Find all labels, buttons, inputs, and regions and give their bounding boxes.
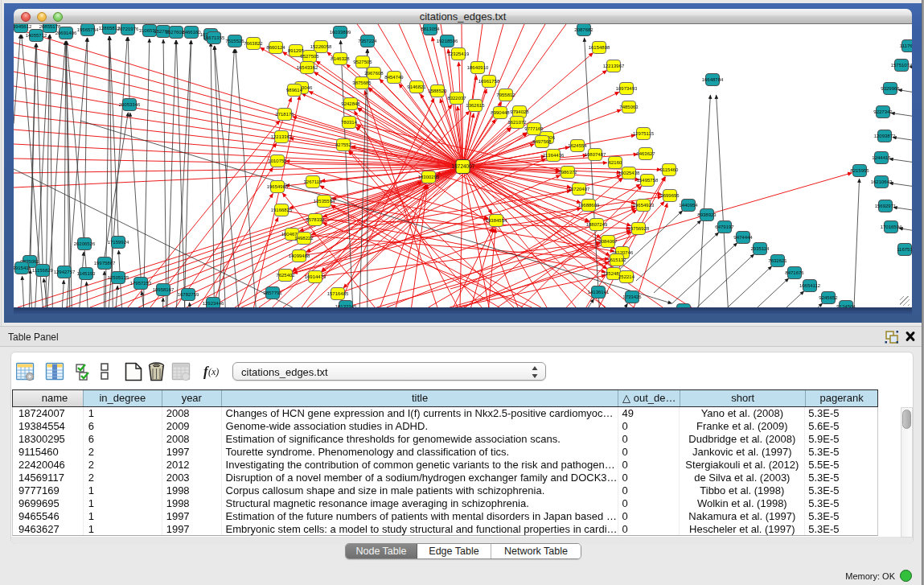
svg-text:16782759: 16782759 bbox=[178, 292, 199, 297]
svg-text:17016504: 17016504 bbox=[881, 225, 902, 229]
svg-text:1588520: 1588520 bbox=[428, 89, 447, 93]
svg-text:8146328: 8146328 bbox=[331, 56, 350, 61]
svg-text:19756928: 19756928 bbox=[628, 226, 650, 231]
svg-text:20053346: 20053346 bbox=[119, 102, 141, 107]
svg-text:6479197: 6479197 bbox=[715, 225, 734, 229]
svg-text:15495758: 15495758 bbox=[637, 178, 659, 183]
svg-text:19384554: 19384554 bbox=[486, 218, 507, 223]
svg-text:18300295: 18300295 bbox=[418, 175, 440, 179]
svg-text:15226058: 15226058 bbox=[310, 44, 332, 49]
svg-text:8938923: 8938923 bbox=[697, 212, 717, 217]
svg-text:9227342: 9227342 bbox=[873, 109, 893, 114]
svg-text:19654985: 19654985 bbox=[267, 184, 289, 189]
svg-text:12942757: 12942757 bbox=[54, 270, 76, 274]
svg-text:1621072: 1621072 bbox=[507, 120, 527, 125]
svg-text:891295: 891295 bbox=[288, 48, 305, 53]
svg-text:9527505: 9527505 bbox=[300, 54, 319, 59]
svg-text:18807249: 18807249 bbox=[586, 222, 608, 227]
svg-text:20721976: 20721976 bbox=[117, 27, 139, 31]
svg-text:19218506: 19218506 bbox=[437, 39, 458, 43]
svg-text:8990448: 8990448 bbox=[491, 110, 510, 115]
svg-text:11156829: 11156829 bbox=[32, 268, 53, 273]
svg-text:1440954: 1440954 bbox=[679, 203, 698, 208]
svg-text:8813054: 8813054 bbox=[421, 27, 440, 31]
svg-text:21364436: 21364436 bbox=[543, 153, 565, 158]
svg-text:9777169: 9777169 bbox=[524, 126, 544, 131]
svg-text:7632621: 7632621 bbox=[768, 258, 787, 263]
svg-text:780314: 780314 bbox=[341, 120, 358, 125]
svg-text:16945612: 16945612 bbox=[14, 24, 32, 29]
svg-text:989614: 989614 bbox=[286, 88, 303, 93]
svg-text:2967608: 2967608 bbox=[364, 71, 384, 76]
svg-text:16210643: 16210643 bbox=[871, 179, 893, 184]
svg-text:9245652: 9245652 bbox=[819, 295, 838, 300]
svg-text:1615132: 1615132 bbox=[607, 257, 626, 262]
svg-text:10654112: 10654112 bbox=[799, 283, 821, 288]
svg-text:14055712: 14055712 bbox=[26, 33, 47, 38]
svg-text:9699695: 9699695 bbox=[660, 193, 680, 198]
svg-text:17159924: 17159924 bbox=[108, 240, 129, 245]
svg-text:12325419: 12325419 bbox=[448, 51, 470, 56]
svg-text:17957253: 17957253 bbox=[130, 281, 152, 286]
svg-text:6497568: 6497568 bbox=[532, 139, 552, 144]
svg-text:6463627: 6463627 bbox=[636, 151, 655, 156]
svg-text:19565754: 19565754 bbox=[77, 27, 99, 32]
svg-text:12213363: 12213363 bbox=[271, 134, 293, 139]
svg-text:1733426: 1733426 bbox=[622, 295, 642, 299]
svg-text:9084067: 9084067 bbox=[598, 239, 618, 244]
svg-text:15692971: 15692971 bbox=[875, 204, 897, 208]
svg-text:12975115: 12975115 bbox=[633, 131, 655, 136]
svg-text:8322037: 8322037 bbox=[447, 96, 466, 101]
svg-text:7485063: 7485063 bbox=[619, 105, 639, 109]
svg-text:7515526: 7515526 bbox=[225, 39, 244, 43]
svg-text:12213967: 12213967 bbox=[603, 64, 625, 68]
svg-text:10688609: 10688609 bbox=[578, 203, 600, 208]
svg-text:1244415: 1244415 bbox=[872, 155, 891, 160]
svg-text:3267115: 3267115 bbox=[304, 179, 323, 184]
svg-text:8578332: 8578332 bbox=[306, 217, 325, 222]
svg-text:10973493: 10973493 bbox=[616, 86, 638, 91]
svg-text:19654923: 19654923 bbox=[633, 203, 655, 208]
svg-text:19166825: 19166825 bbox=[271, 208, 293, 212]
svg-text:14099488: 14099488 bbox=[289, 253, 310, 258]
svg-text:13535594: 13535594 bbox=[314, 199, 335, 204]
svg-text:18724007: 18724007 bbox=[452, 163, 475, 169]
svg-text:62160: 62160 bbox=[609, 160, 622, 165]
svg-text:16914479: 16914479 bbox=[305, 274, 326, 279]
svg-text:2935114: 2935114 bbox=[751, 246, 770, 251]
svg-text:9794028: 9794028 bbox=[510, 109, 529, 114]
svg-text:7986372: 7986372 bbox=[558, 170, 577, 175]
svg-text:1117645: 1117645 bbox=[900, 43, 912, 48]
svg-text:15751074: 15751074 bbox=[891, 63, 912, 68]
svg-text:7625402: 7625402 bbox=[276, 273, 295, 278]
svg-text:16033809: 16033809 bbox=[330, 30, 351, 35]
svg-text:1498222: 1498222 bbox=[294, 236, 314, 241]
svg-text:1624554: 1624554 bbox=[568, 143, 587, 148]
svg-text:20855178: 20855178 bbox=[39, 24, 61, 29]
svg-text:427552: 427552 bbox=[335, 142, 352, 147]
svg-text:6466160: 6466160 bbox=[182, 30, 201, 35]
svg-text:18640910: 18640910 bbox=[467, 65, 489, 70]
svg-text:12923446: 12923446 bbox=[203, 301, 224, 306]
svg-text:7357224: 7357224 bbox=[358, 39, 377, 43]
svg-text:1010755: 1010755 bbox=[268, 159, 287, 163]
svg-text:14136141: 14136141 bbox=[588, 290, 610, 295]
svg-text:3875685: 3875685 bbox=[352, 80, 372, 85]
svg-text:8471676: 8471676 bbox=[785, 270, 804, 275]
svg-text:2087682: 2087682 bbox=[574, 27, 593, 32]
svg-text:16543362: 16543362 bbox=[297, 65, 318, 70]
svg-text:9474444: 9474444 bbox=[733, 235, 753, 240]
svg-text:9242848: 9242848 bbox=[341, 101, 360, 106]
svg-text:9115460: 9115460 bbox=[660, 167, 680, 172]
svg-text:9329966: 9329966 bbox=[881, 86, 900, 91]
svg-text:8660124: 8660124 bbox=[266, 45, 285, 50]
svg-text:9527505: 9527505 bbox=[353, 60, 372, 64]
svg-text:15716485: 15716485 bbox=[327, 291, 349, 296]
svg-text:12093872: 12093872 bbox=[874, 134, 896, 138]
svg-text:252214: 252214 bbox=[618, 274, 635, 279]
svg-text:3915411: 3915411 bbox=[14, 266, 31, 270]
svg-text:16154808: 16154808 bbox=[589, 45, 610, 50]
svg-text:10958167: 10958167 bbox=[153, 287, 175, 292]
svg-text:20206526: 20206526 bbox=[74, 241, 96, 246]
svg-text:19975867: 19975867 bbox=[94, 261, 116, 266]
